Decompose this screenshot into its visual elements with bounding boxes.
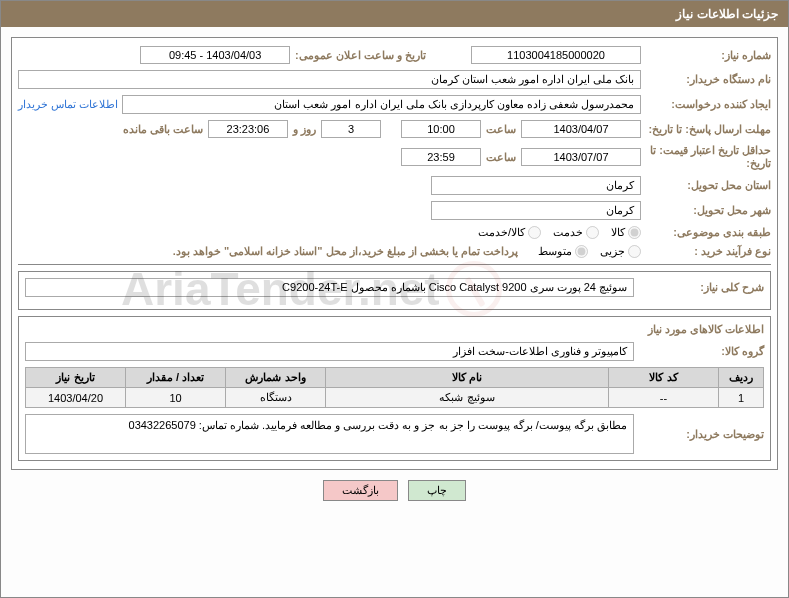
delivery-province-value: کرمان (431, 176, 641, 195)
th-qty: تعداد / مقدار (126, 368, 226, 388)
goods-table: ردیف کد کالا نام کالا واحد شمارش تعداد /… (25, 367, 764, 408)
radio-motavaset-input[interactable] (575, 245, 588, 258)
radio-jozi-input[interactable] (628, 245, 641, 258)
need-number-value: 1103004185000020 (471, 46, 641, 64)
radio-kala-khedmat[interactable]: کالا/خدمت (478, 226, 541, 239)
delivery-city-value: کرمان (431, 201, 641, 220)
divider (18, 264, 771, 265)
radio-khedmat[interactable]: خدمت (553, 226, 599, 239)
radio-jozi[interactable]: جزیی (600, 245, 641, 258)
buyer-org-value: بانک ملی ایران اداره امور شعب استان کرما… (18, 70, 641, 89)
button-bar: چاپ بازگشت (1, 480, 788, 501)
print-button[interactable]: چاپ (408, 480, 466, 501)
th-unit: واحد شمارش (226, 368, 326, 388)
hours-remaining-label: ساعت باقی مانده (118, 123, 208, 136)
radio-kala-label: کالا (611, 226, 625, 239)
payment-note: پرداخت تمام یا بخشی از مبلغ خرید،از محل … (173, 245, 518, 258)
buy-process-label: نوع فرآیند خرید : (641, 245, 771, 258)
th-name: نام کالا (326, 368, 609, 388)
delivery-city-label: شهر محل تحویل: (641, 204, 771, 217)
main-panel: شماره نیاز: 1103004185000020 تاریخ و ساع… (11, 37, 778, 470)
th-radif: ردیف (719, 368, 764, 388)
goods-info-title: اطلاعات کالاهای مورد نیاز (25, 323, 764, 336)
announce-datetime-label: تاریخ و ساعت اعلان عمومی: (290, 49, 431, 62)
cell-code: -- (609, 388, 719, 408)
buyer-notes-value: مطابق برگه پیوست/ برگه پیوست را جز به جز… (25, 414, 634, 454)
radio-kala-input[interactable] (628, 226, 641, 239)
requester-value: محمدرسول شعفی زاده معاون کارپردازی بانک … (122, 95, 641, 114)
radio-kala-khedmat-label: کالا/خدمت (478, 226, 525, 239)
announce-datetime-value: 1403/04/03 - 09:45 (140, 46, 290, 64)
days-and-label: روز و (288, 123, 321, 136)
panel-header: جزئیات اطلاعات نیاز (1, 1, 788, 27)
days-remaining-value: 3 (321, 120, 381, 138)
th-date: تاریخ نیاز (26, 368, 126, 388)
radio-motavaset-label: متوسط (538, 245, 572, 258)
radio-kala-khedmat-input[interactable] (528, 226, 541, 239)
goods-group-label: گروه کالا: (634, 345, 764, 358)
radio-jozi-label: جزیی (600, 245, 625, 258)
buyer-org-label: نام دستگاه خریدار: (641, 73, 771, 86)
cell-date: 1403/04/20 (26, 388, 126, 408)
countdown-value: 23:23:06 (208, 120, 288, 138)
cell-unit: دستگاه (226, 388, 326, 408)
need-description-label: شرح کلی نیاز: (634, 281, 764, 294)
table-row: 1 -- سوئیچ شبکه دستگاه 10 1403/04/20 (26, 388, 764, 408)
need-number-label: شماره نیاز: (641, 49, 771, 62)
th-code: کد کالا (609, 368, 719, 388)
buyer-contact-link[interactable]: اطلاعات تماس خریدار (18, 98, 122, 111)
requester-label: ایجاد کننده درخواست: (641, 98, 771, 111)
cell-radif: 1 (719, 388, 764, 408)
classification-label: طبقه بندی موضوعی: (641, 226, 771, 239)
goods-group-value: کامپیوتر و فناوری اطلاعات-سخت افزار (25, 342, 634, 361)
cell-qty: 10 (126, 388, 226, 408)
radio-kala[interactable]: کالا (611, 226, 641, 239)
radio-motavaset[interactable]: متوسط (538, 245, 588, 258)
response-time-value: 10:00 (401, 120, 481, 138)
radio-khedmat-input[interactable] (586, 226, 599, 239)
need-description-box: شرح کلی نیاز: سوئیچ 24 پورت سری Cisco Ca… (18, 271, 771, 310)
response-date-value: 1403/04/07 (521, 120, 641, 138)
back-button[interactable]: بازگشت (323, 480, 398, 501)
buyer-notes-label: توضیحات خریدار: (634, 428, 764, 441)
price-validity-date-value: 1403/07/07 (521, 148, 641, 166)
cell-name: سوئیچ شبکه (326, 388, 609, 408)
delivery-province-label: استان محل تحویل: (641, 179, 771, 192)
goods-info-box: اطلاعات کالاهای مورد نیاز گروه کالا: کام… (18, 316, 771, 461)
response-deadline-label: مهلت ارسال پاسخ: تا تاریخ: (641, 123, 771, 136)
need-description-value: سوئیچ 24 پورت سری Cisco Catalyst 9200 با… (25, 278, 634, 297)
radio-khedmat-label: خدمت (553, 226, 583, 239)
price-validity-label: حداقل تاریخ اعتبار قیمت: تا تاریخ: (641, 144, 771, 170)
price-validity-time-value: 23:59 (401, 148, 481, 166)
time-label-1: ساعت (481, 123, 521, 136)
time-label-2: ساعت (481, 151, 521, 164)
